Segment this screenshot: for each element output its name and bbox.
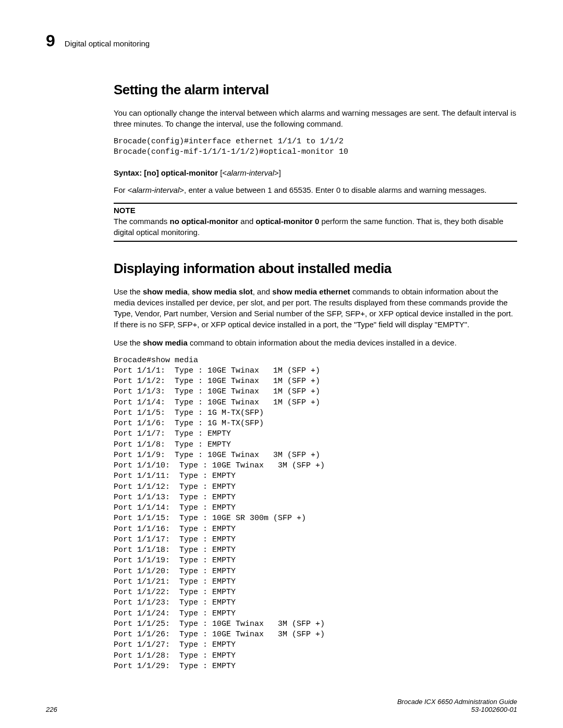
- paragraph: You can optionally change the interval b…: [114, 107, 517, 129]
- bold-text: show media ethernet: [272, 287, 350, 296]
- syntax-bracket: [<: [218, 168, 227, 177]
- section-heading-alarm-interval: Setting the alarm interval: [114, 82, 517, 98]
- text: For <: [114, 186, 132, 194]
- footer-docnum: 53-1002600-01: [397, 706, 517, 713]
- paragraph: For <alarm-interval>, enter a value betw…: [114, 184, 517, 195]
- paragraph: Use the show media, show media slot, and…: [114, 286, 517, 330]
- text: command to obtain information about the …: [188, 338, 457, 347]
- note-body: The commands no optical-monitor and opti…: [114, 216, 517, 238]
- text: The commands: [114, 217, 170, 226]
- syntax-no: [no]: [142, 168, 161, 177]
- footer-right: Brocade ICX 6650 Administration Guide 53…: [397, 698, 517, 713]
- section-heading-display-media: Displaying information about installed m…: [114, 261, 517, 277]
- chapter-number: 9: [46, 31, 55, 51]
- horizontal-rule: [114, 241, 517, 242]
- horizontal-rule: [114, 203, 517, 204]
- text: , and: [253, 287, 273, 296]
- bold-text: no optical-monitor: [170, 217, 239, 226]
- code-block: Brocade(config)#interface ethernet 1/1/1…: [114, 137, 517, 158]
- page-number: 226: [46, 706, 57, 713]
- syntax-label: Syntax:: [114, 168, 142, 177]
- header-title: Digital optical monitoring: [65, 39, 150, 48]
- document-page: 9 Digital optical monitoring Setting the…: [0, 0, 563, 728]
- bold-text: show media: [143, 338, 188, 347]
- code-block-show-media: Brocade#show media Port 1/1/1: Type : 10…: [114, 355, 517, 672]
- text: and: [238, 217, 255, 226]
- bold-text: show media: [143, 287, 188, 296]
- page-header: 9 Digital optical monitoring: [46, 31, 517, 51]
- content-region: Setting the alarm interval You can optio…: [114, 82, 517, 672]
- bold-text: optical-monitor 0: [256, 217, 320, 226]
- syntax-bracket: >]: [274, 168, 281, 177]
- syntax-line: Syntax: [no] optical-monitor [<alarm-int…: [114, 168, 517, 177]
- text: Use the: [114, 338, 143, 347]
- text: Use the: [114, 287, 143, 296]
- page-footer: 226 Brocade ICX 6650 Administration Guid…: [46, 698, 517, 713]
- text: ,: [188, 287, 192, 296]
- paragraph: Use the show media command to obtain inf…: [114, 337, 517, 348]
- syntax-cmd: optical-monitor: [161, 168, 218, 177]
- bold-text: show media slot: [192, 287, 253, 296]
- arg-italic: alarm-interval: [132, 186, 179, 194]
- footer-guide: Brocade ICX 6650 Administration Guide: [397, 698, 517, 706]
- text: >, enter a value between 1 and 65535. En…: [179, 186, 486, 194]
- note-label: NOTE: [114, 206, 517, 215]
- syntax-arg: alarm-interval: [227, 168, 274, 177]
